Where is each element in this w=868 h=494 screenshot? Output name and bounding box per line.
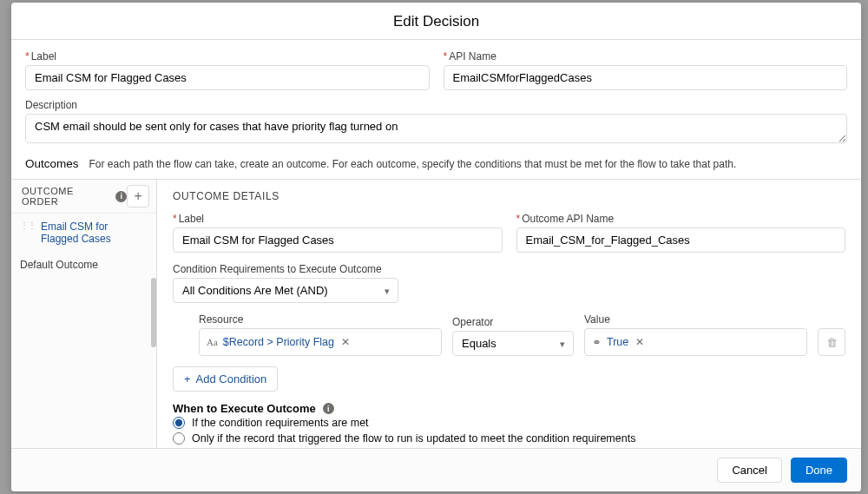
info-icon[interactable]: i: [115, 191, 127, 202]
link-icon: ⚭: [592, 336, 602, 349]
resource-input[interactable]: Aa $Record > Priority Flag ✕: [199, 328, 442, 356]
outcome-details: OUTCOME DETAILS Label Outcome API Name C…: [157, 180, 861, 448]
outcomes-title: Outcomes: [25, 157, 79, 170]
add-condition-label: Add Condition: [196, 372, 267, 385]
operator-select[interactable]: [452, 331, 574, 356]
clear-value-icon[interactable]: ✕: [635, 336, 644, 348]
sidebar-item-email-csm[interactable]: ⋮⋮ Email CSM for Flagged Cases: [11, 214, 156, 252]
outcome-label-input[interactable]: [173, 227, 503, 253]
label-label: Label: [25, 50, 430, 63]
add-outcome-button[interactable]: +: [127, 185, 149, 207]
trash-icon: 🗑: [826, 336, 838, 349]
api-name-label: API Name: [444, 50, 848, 63]
edit-decision-modal: Edit Decision Label API Name Description…: [11, 3, 861, 491]
plus-icon: +: [184, 372, 191, 385]
outcomes-header: Outcomes For each path the flow can take…: [25, 152, 847, 170]
delete-condition-button[interactable]: 🗑: [818, 328, 845, 356]
radio-condition-met[interactable]: If the condition requirements are met: [173, 417, 845, 429]
cond-req-label: Condition Requirements to Execute Outcom…: [173, 263, 398, 275]
value-value: True: [607, 336, 628, 348]
info-icon[interactable]: i: [323, 403, 334, 414]
add-condition-button[interactable]: + Add Condition: [173, 366, 278, 392]
description-label: Description: [25, 99, 847, 111]
sidebar-item-label: Default Outcome: [20, 259, 98, 271]
outcome-label-label: Label: [173, 213, 503, 225]
api-name-input[interactable]: [444, 65, 848, 90]
radio-condition-met-input[interactable]: [173, 417, 185, 429]
cancel-button[interactable]: Cancel: [717, 458, 781, 483]
sidebar-item-label: Email CSM for Flagged Cases: [41, 221, 148, 245]
done-button[interactable]: Done: [791, 458, 847, 483]
outcomes-help: For each path the flow can take, create …: [89, 158, 737, 170]
modal-body: Label API Name Description CSM email sho…: [11, 40, 861, 448]
label-input[interactable]: [25, 65, 430, 90]
outcome-api-name-input[interactable]: [516, 227, 846, 253]
operator-label: Operator: [452, 316, 574, 328]
radio-updated-to-meet[interactable]: Only if the record that triggered the fl…: [173, 432, 845, 445]
execute-title: When to Execute Outcome: [173, 402, 316, 415]
modal-title: Edit Decision: [11, 13, 861, 30]
plus-icon: +: [134, 188, 141, 204]
cond-req-select[interactable]: [173, 278, 398, 303]
sidebar-item-default-outcome[interactable]: Default Outcome: [11, 252, 156, 278]
outcome-order-sidebar: OUTCOME ORDER i + ⋮⋮ Email CSM for Flagg…: [11, 180, 157, 448]
modal-footer: Cancel Done: [11, 448, 861, 491]
text-icon: Aa: [207, 337, 218, 347]
radio-updated-to-meet-input[interactable]: [173, 432, 185, 445]
clear-resource-icon[interactable]: ✕: [341, 336, 350, 348]
drag-handle-icon[interactable]: ⋮⋮: [20, 221, 36, 230]
scrollbar[interactable]: [151, 278, 156, 347]
value-label: Value: [584, 313, 807, 326]
outcome-details-title: OUTCOME DETAILS: [173, 190, 845, 202]
description-input[interactable]: CSM email should be sent only for cases …: [25, 114, 847, 143]
outcome-order-title: OUTCOME ORDER: [22, 186, 112, 207]
modal-header: Edit Decision: [11, 3, 861, 40]
resource-value: $Record > Priority Flag: [223, 336, 334, 348]
value-input[interactable]: ⚭ True ✕: [584, 328, 807, 356]
outcome-api-name-label: Outcome API Name: [516, 213, 846, 225]
resource-label: Resource: [199, 313, 442, 326]
